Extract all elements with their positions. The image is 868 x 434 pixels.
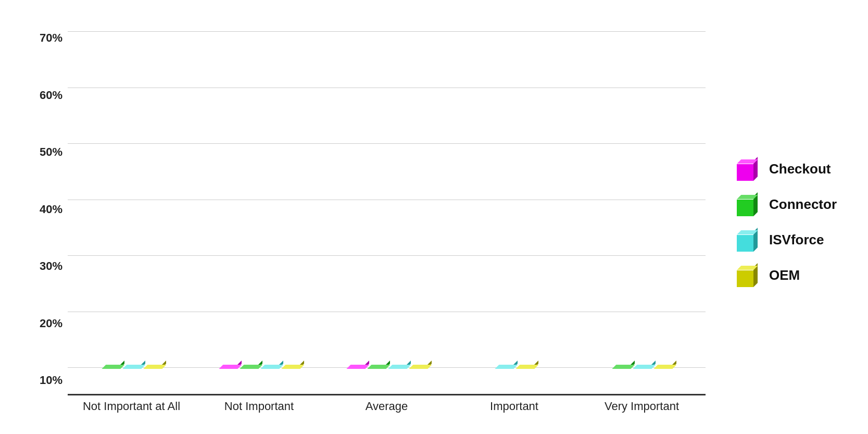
- bar-top-face: [219, 365, 242, 369]
- bar-top-face: [388, 365, 411, 369]
- y-axis-label: 40%: [31, 203, 62, 216]
- bar-top-face: [260, 365, 283, 369]
- x-axis-label: Important: [450, 395, 578, 413]
- grid-and-bars: [68, 31, 706, 368]
- legend-label: ISVforce: [769, 232, 824, 248]
- bar-top-face: [240, 365, 262, 369]
- bar-top-face: [122, 365, 145, 369]
- bar-top-face: [102, 365, 124, 369]
- x-axis-label: Average: [323, 395, 450, 413]
- bar-top-face: [653, 365, 676, 369]
- legend-label: Checkout: [769, 161, 831, 177]
- y-axis-label: 20%: [31, 317, 62, 330]
- bar-top-face: [633, 365, 656, 369]
- page: 70%60%50%40%30%20%10% Not Important at A…: [0, 0, 868, 434]
- legend-swatch: [737, 229, 760, 252]
- bar-top-face: [612, 365, 635, 369]
- legend-swatch: [737, 158, 760, 181]
- y-axis-label: 70%: [31, 31, 62, 45]
- legend: CheckoutConnectorISVforceOEM: [706, 31, 837, 413]
- bar-top-face: [367, 365, 390, 369]
- y-axis-label: 10%: [31, 374, 62, 387]
- legend-item: ISVforce: [737, 229, 837, 252]
- legend-item: Connector: [737, 193, 837, 216]
- bar-top-face: [143, 365, 166, 369]
- x-axis-label: Very Important: [578, 395, 706, 413]
- legend-item: OEM: [737, 264, 837, 287]
- bar-top-face: [281, 365, 304, 369]
- legend-item: Checkout: [737, 158, 837, 181]
- legend-swatch: [737, 264, 760, 287]
- bars-row: [68, 31, 706, 368]
- x-labels: Not Important at AllNot ImportantAverage…: [68, 395, 706, 413]
- x-axis-label: Not Important at All: [68, 395, 195, 413]
- chart-area: 70%60%50%40%30%20%10% Not Important at A…: [31, 31, 706, 413]
- legend-swatch: [737, 193, 760, 216]
- x-axis-label: Not Important: [195, 395, 323, 413]
- chart-container: 70%60%50%40%30%20%10% Not Important at A…: [31, 31, 837, 413]
- bar-top-face: [409, 365, 432, 369]
- legend-label: Connector: [769, 196, 837, 213]
- y-axis-label: 30%: [31, 259, 62, 273]
- bar-top-face: [495, 365, 518, 369]
- bar-top-face: [515, 365, 538, 369]
- y-axis-labels: 70%60%50%40%30%20%10%: [31, 31, 62, 387]
- bar-top-face: [346, 365, 369, 369]
- legend-label: OEM: [769, 267, 800, 283]
- y-axis-label: 50%: [31, 145, 62, 159]
- y-axis-label: 60%: [31, 89, 62, 102]
